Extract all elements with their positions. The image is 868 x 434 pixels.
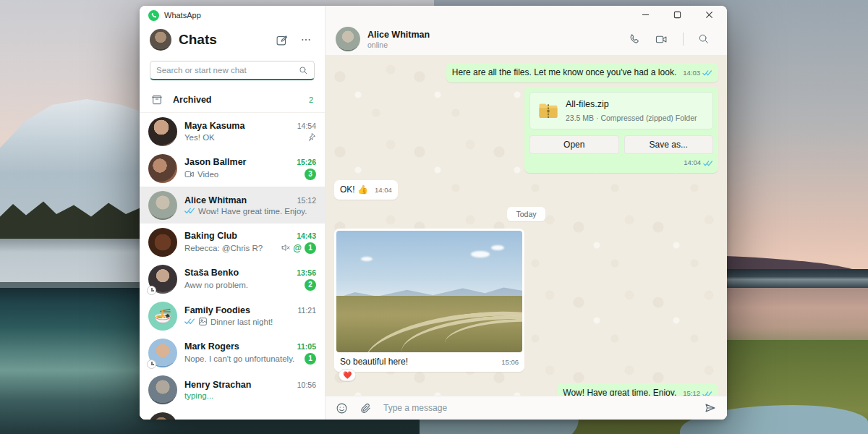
chat-time: 13:56 [297, 268, 316, 277]
read-ticks-icon [184, 207, 195, 215]
chat-list-item-mark[interactable]: Mark Rogers11:05 Nope. I can't go unfort… [140, 334, 325, 371]
chat-preview: Wow! Have great time. Enjoy. [198, 207, 316, 216]
chat-preview: Video [197, 170, 302, 179]
read-ticks-icon [702, 391, 712, 396]
chat-preview: Aww no problem. [184, 281, 302, 289]
message-outgoing[interactable]: Here are all the files. Let me know once… [446, 63, 718, 82]
new-chat-button[interactable] [273, 31, 290, 48]
search-conversation-icon[interactable] [698, 33, 710, 45]
minimize-button[interactable] [639, 8, 652, 21]
heart-reaction[interactable]: ❤️ [339, 369, 356, 382]
emoji-icon[interactable] [336, 402, 348, 414]
save-as-button[interactable]: Save as... [624, 135, 714, 154]
avatar [148, 339, 177, 367]
divider [683, 33, 684, 46]
message-text: OK! 👍 [340, 184, 368, 195]
chat-name: Mark Rogers [184, 341, 293, 352]
chats-title: Chats [179, 32, 265, 48]
profile-avatar[interactable] [150, 29, 171, 51]
read-ticks-icon [702, 69, 712, 77]
message-time: 14:04 [684, 158, 701, 168]
unread-badge: 1 [305, 353, 316, 365]
chat-time: 14:43 [297, 231, 316, 240]
avatar: 🍜 [148, 302, 177, 331]
chat-time: 15:26 [297, 158, 316, 166]
composer-bar [326, 396, 727, 420]
chat-list-item-jason[interactable]: Jason Ballmer15:26 Video 3 [140, 150, 325, 187]
close-button[interactable] [702, 8, 715, 21]
chat-list-item-dawn[interactable]: Dawn Jones8:32 [140, 408, 325, 420]
search-box[interactable] [150, 61, 315, 80]
read-ticks-icon [703, 160, 713, 167]
message-input[interactable] [383, 403, 692, 413]
message-time: 14:04 [375, 186, 392, 195]
contact-avatar[interactable] [336, 27, 360, 51]
chat-list: Maya Kasuma14:54 Yes! OK Jason Ballmer15… [140, 112, 325, 420]
photo-caption: So beautiful here! [340, 356, 408, 367]
chat-name: Maya Kasuma [184, 121, 293, 131]
chat-list-item-baking-club[interactable]: Baking Club14:43 Rebecca: @Chris R? @ 1 [140, 224, 325, 260]
attach-icon[interactable] [359, 402, 372, 414]
message-time: 15:06 [501, 358, 519, 367]
message-outgoing[interactable]: Wow! Have great time. Enjoy. 15:12 [557, 383, 718, 396]
archived-row[interactable]: Archived 2 [140, 88, 325, 112]
chats-header: Chats [140, 25, 325, 55]
chat-name: Jason Ballmer [184, 157, 292, 167]
message-incoming[interactable]: OK! 👍 14:04 [334, 180, 398, 200]
menu-button[interactable] [297, 31, 315, 48]
read-ticks-icon [184, 318, 195, 326]
file-meta: 23.5 MB · Compressed (zipped) Folder [566, 113, 697, 123]
whatsapp-window: WhatsApp Chats Archived [140, 6, 727, 420]
typing-indicator: typing... [184, 391, 316, 400]
group-avatar-emoji: 🍜 [154, 307, 172, 325]
conversation-pane: Alice Whitman online Here are all the fi… [326, 6, 727, 420]
chat-list-item-alice[interactable]: Alice Whitman15:12 Wow! Have great time.… [140, 187, 325, 224]
chat-list-item-family-foodies[interactable]: 🍜 Family Foodies11:21 Dinner last night! [140, 297, 325, 334]
chat-list-item-henry[interactable]: Henry Strachan10:56 typing... [140, 371, 325, 408]
chat-list-item-maya[interactable]: Maya Kasuma14:54 Yes! OK [140, 113, 325, 150]
unread-badge: 2 [305, 279, 316, 291]
photo-thumbnail[interactable] [336, 231, 522, 352]
archived-label: Archived [173, 95, 299, 105]
avatar [148, 375, 177, 404]
chat-name: Alice Whitman [184, 195, 293, 205]
contact-status: online [367, 41, 621, 49]
chat-time: 11:21 [298, 306, 317, 315]
archived-count: 2 [309, 95, 313, 104]
message-file-attachment[interactable]: All-files.zip 23.5 MB · Compressed (zipp… [524, 87, 718, 173]
chat-preview: Yes! OK [184, 133, 304, 142]
send-icon[interactable] [704, 401, 717, 414]
zip-folder-icon [537, 100, 559, 122]
maximize-button[interactable] [671, 8, 684, 21]
search-icon [299, 66, 308, 75]
clock-badge-icon [147, 359, 156, 369]
window-titlebar: WhatsApp [140, 6, 325, 25]
clock-badge-icon [147, 286, 156, 295]
chat-time: 15:12 [297, 196, 316, 205]
conversation-header[interactable]: Alice Whitman online [326, 23, 727, 55]
search-input[interactable] [156, 66, 299, 75]
avatar [148, 265, 177, 294]
voice-call-icon[interactable] [628, 33, 640, 46]
avatar [148, 228, 177, 257]
chat-time: 14:54 [297, 122, 316, 130]
whatsapp-logo-icon [148, 10, 159, 21]
chat-list-item-stasa[interactable]: Staša Benko13:56 Aww no problem. 2 [140, 260, 325, 297]
file-name: All-files.zip [566, 98, 697, 111]
chat-name: Family Foodies [184, 305, 294, 315]
search-area [140, 55, 325, 88]
file-card[interactable]: All-files.zip 23.5 MB · Compressed (zipp… [529, 92, 713, 129]
message-photo[interactable]: So beautiful here! 15:06 ❤️ [334, 229, 524, 372]
video-call-icon[interactable] [655, 33, 668, 46]
chat-preview: Rebecca: @Chris R? [184, 244, 278, 252]
unread-badge: 1 [305, 242, 316, 254]
message-text: Wow! Have great time. Enjoy. [563, 388, 676, 396]
unread-badge: 3 [305, 169, 316, 180]
avatar [148, 154, 177, 183]
open-file-button[interactable]: Open [529, 135, 619, 154]
message-text: Here are all the files. Let me know once… [452, 67, 676, 77]
contact-name: Alice Whitman [367, 30, 621, 40]
photo-attachment-icon [198, 317, 208, 326]
archive-icon [151, 94, 163, 106]
chat-time: 10:56 [297, 380, 316, 389]
